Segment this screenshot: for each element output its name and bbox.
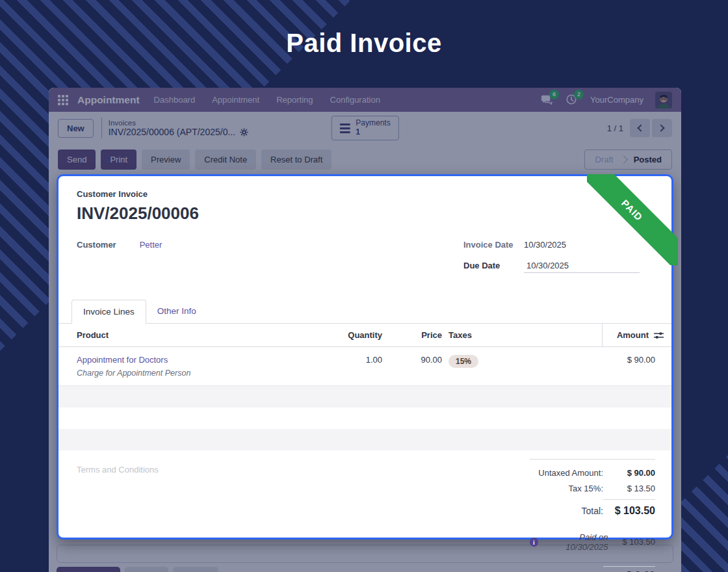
- invoice-form-card: PAID Customer Invoice INV/2025/00006 Cus…: [57, 174, 673, 540]
- line-product-name[interactable]: Appointment for Doctors: [77, 355, 311, 365]
- empty-row: [58, 408, 671, 429]
- invoice-number: INV/2025/00006: [77, 203, 653, 224]
- page-title: Paid Invoice: [0, 29, 728, 58]
- col-header-amount[interactable]: Amount: [617, 330, 649, 340]
- line-product-description: Charge for Appointment Person: [77, 369, 311, 378]
- paid-on-value: $ 103.50: [608, 537, 655, 547]
- untaxed-amount-label: Untaxed Amount:: [538, 468, 603, 478]
- empty-row: [58, 386, 671, 408]
- app-window: Appointment Dashboard Appointment Report…: [49, 88, 681, 572]
- optional-columns-icon[interactable]: [654, 332, 664, 339]
- empty-row: [58, 429, 671, 450]
- line-quantity[interactable]: 1.00: [311, 347, 382, 386]
- due-date-input[interactable]: 10/30/2025: [524, 261, 640, 273]
- untaxed-amount-value: $ 90.00: [603, 468, 655, 478]
- tab-invoice-lines[interactable]: Invoice Lines: [72, 300, 146, 324]
- notebook-tabs: Invoice Lines Other Info: [58, 300, 671, 324]
- line-tax-badge[interactable]: 15%: [448, 355, 478, 368]
- col-header-quantity[interactable]: Quantity: [311, 324, 382, 347]
- total-label: Total:: [582, 506, 603, 516]
- table-header-row: Product Quantity Price Taxes Amount: [58, 324, 671, 347]
- screenshot-canvas: Paid Invoice Appointment Dashboard Appoi…: [0, 0, 728, 572]
- tax-value: $ 13.50: [603, 484, 655, 493]
- col-header-product[interactable]: Product: [58, 324, 311, 347]
- total-value: $ 103.50: [603, 505, 655, 517]
- totals-separator: [603, 499, 655, 500]
- info-icon[interactable]: i: [530, 538, 538, 547]
- paid-on-label: Paid on 10/30/2025: [542, 532, 608, 552]
- line-amount: $ 90.00: [602, 347, 671, 386]
- col-header-taxes[interactable]: Taxes: [442, 324, 602, 347]
- invoice-date-value: 10/30/2025: [524, 240, 566, 250]
- invoice-lines-table: Product Quantity Price Taxes Amount: [58, 324, 671, 386]
- line-price[interactable]: 90.00: [382, 347, 442, 386]
- totals-section: Terms and Conditions Untaxed Amount: $ 9…: [58, 450, 671, 572]
- invoice-line-row[interactable]: Appointment for Doctors Charge for Appoi…: [58, 347, 671, 386]
- terms-placeholder[interactable]: Terms and Conditions: [77, 459, 159, 572]
- due-date-label: Due Date: [463, 261, 524, 270]
- customer-label: Customer: [77, 240, 116, 284]
- invoice-type-label: Customer Invoice: [77, 189, 653, 199]
- amount-due-value: $ 0.00: [603, 566, 655, 572]
- customer-value-link[interactable]: Petter: [140, 240, 162, 284]
- col-header-price[interactable]: Price: [382, 324, 442, 347]
- invoice-date-label: Invoice Date: [463, 240, 524, 250]
- tab-other-info[interactable]: Other Info: [146, 300, 207, 323]
- tax-label: Tax 15%:: [569, 484, 603, 493]
